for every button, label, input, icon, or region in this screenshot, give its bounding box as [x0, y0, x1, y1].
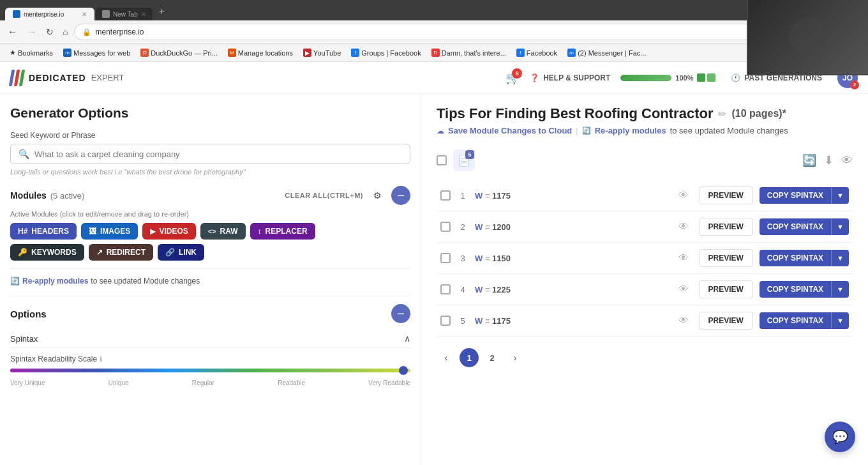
modules-title-group: Modules (5 active) — [10, 190, 84, 201]
search-input[interactable] — [34, 149, 402, 159]
copy-spintax-btn-2[interactable]: COPY SPINTAX — [760, 218, 831, 235]
forward-btn[interactable]: → — [24, 25, 40, 39]
preview-btn-1[interactable]: PREVIEW — [699, 187, 753, 204]
row-checkbox-5[interactable] — [440, 316, 451, 326]
address-bar[interactable]: 🔒 menterprise.io ☆ — [74, 24, 797, 40]
bookmarks-item-manage[interactable]: M Manage locations — [223, 47, 297, 58]
bookmarks-item-youtube[interactable]: ▶ YouTube — [299, 47, 345, 58]
help-support-btn[interactable]: ❓ HELP & SUPPORT — [530, 73, 610, 82]
chat-bubble[interactable]: 💬 — [825, 422, 855, 452]
preview-btn-3[interactable]: PREVIEW — [699, 249, 753, 267]
row-num-3: 3 — [457, 254, 468, 263]
row-eye-icon-5[interactable]: 👁 — [678, 315, 689, 326]
bookmarks-item-messages[interactable]: m Messages for web — [59, 47, 135, 58]
preview-btn-4[interactable]: PREVIEW — [699, 280, 753, 298]
copy-dropdown-btn-3[interactable]: ▼ — [831, 250, 849, 266]
save-module-row: ☁ Save Module Changes to Cloud | 🔄 Re-ap… — [437, 126, 853, 135]
chevron-up-icon[interactable]: ∧ — [404, 333, 410, 344]
download-icon[interactable]: ⬇ — [824, 153, 834, 167]
modules-count: (5 active) — [50, 191, 84, 201]
keywords-icon: 🔑 — [18, 248, 27, 257]
copy-btn-group-4: COPY SPINTAX ▼ — [760, 281, 849, 298]
table-row: 4 W = 1225 👁 PREVIEW COPY SPINTAX ▼ — [437, 274, 853, 305]
reapply-right-link[interactable]: Re-apply modules — [595, 126, 666, 135]
module-headers-btn[interactable]: H# HEADERS — [10, 223, 77, 240]
slider-thumb[interactable] — [399, 366, 408, 375]
row-eye-icon-1[interactable]: 👁 — [678, 190, 689, 201]
slider-track[interactable] — [10, 369, 410, 372]
preview-btn-2[interactable]: PREVIEW — [699, 218, 753, 236]
copy-spintax-btn-1[interactable]: COPY SPINTAX — [760, 187, 831, 204]
row-eye-icon-2[interactable]: 👁 — [678, 221, 689, 232]
module-raw-btn[interactable]: <> RAW — [200, 223, 246, 240]
back-btn[interactable]: ← — [5, 25, 20, 39]
copy-spintax-btn-5[interactable]: COPY SPINTAX — [760, 312, 831, 329]
row-eye-icon-3[interactable]: 👁 — [678, 252, 689, 264]
module-replacer-btn[interactable]: ↕ REPLACER — [250, 223, 315, 240]
results-toolbar: 📄 5 🔄 ⬇ 👁 — [437, 147, 853, 174]
page-1-btn[interactable]: 1 — [460, 348, 479, 367]
new-tab-btn[interactable]: + — [154, 6, 170, 17]
eye-icon[interactable]: 👁 — [841, 154, 853, 167]
browser-tab-active[interactable]: menterprise.io ✕ — [5, 8, 94, 20]
progress-wrapper: 100% — [620, 73, 715, 82]
module-keywords-btn[interactable]: 🔑 KEYWORDS — [10, 244, 84, 261]
copy-dropdown-btn-5[interactable]: ▼ — [831, 312, 849, 329]
modules-title: Modules — [10, 190, 47, 201]
copy-dropdown-btn-2[interactable]: ▼ — [831, 218, 849, 235]
brand-logo: DEDICATED EXPERT — [10, 70, 124, 86]
bookmarks-item-groups[interactable]: f Groups | Facebook — [347, 47, 425, 58]
preview-btn-5[interactable]: PREVIEW — [699, 312, 753, 330]
module-images-btn[interactable]: 🖼 IMAGES — [81, 223, 138, 240]
page-2-btn[interactable]: 2 — [483, 348, 502, 367]
slider-label-1: Unique — [108, 379, 129, 386]
refresh-results-icon[interactable]: 🔄 — [802, 153, 816, 167]
copy-spintax-btn-4[interactable]: COPY SPINTAX — [760, 281, 831, 298]
module-redirect-btn[interactable]: ↗ REDIRECT — [89, 244, 153, 261]
clear-all-btn[interactable]: CLEAR ALL(CTRL+M) — [285, 192, 363, 199]
save-cloud-link[interactable]: Save Module Changes to Cloud — [448, 126, 572, 135]
next-page-btn[interactable]: › — [505, 348, 525, 367]
row-checkbox-1[interactable] — [440, 190, 451, 201]
collapse-btn[interactable]: − — [391, 186, 410, 205]
options-collapse-btn[interactable]: − — [391, 304, 410, 323]
home-btn[interactable]: ⌂ — [60, 26, 70, 38]
module-link-btn[interactable]: 🔗 LINK — [158, 244, 204, 261]
left-panel: Generator Options Seed Keyword or Phrase… — [0, 94, 421, 465]
info-icon[interactable]: ℹ — [100, 355, 102, 363]
notification-wrapper[interactable]: 🛒 8 — [505, 71, 520, 85]
select-all-checkbox[interactable] — [437, 155, 447, 165]
pipe-separator: | — [576, 126, 578, 135]
bookmarks-item-0[interactable]: ★Bookmarks — [5, 47, 57, 58]
reapply-modules-link[interactable]: Re-apply modules — [22, 277, 88, 286]
article-header: Tips For Finding Best Roofing Contractor… — [437, 105, 853, 122]
browser-tab[interactable]: New Tab ✕ — [96, 8, 153, 20]
bookmarks-item-duckduckgo[interactable]: D DuckDuckGo — Pri... — [136, 47, 222, 58]
module-buttons-row1: H# HEADERS 🖼 IMAGES ▶ VIDEOS <> RAW ↕ — [10, 223, 410, 240]
brand-name: DEDICATED — [29, 73, 86, 83]
row-checkbox-2[interactable] — [440, 222, 451, 232]
copy-dropdown-btn-4[interactable]: ▼ — [831, 281, 849, 298]
row-checkbox-3[interactable] — [440, 253, 451, 263]
modules-header: Modules (5 active) CLEAR ALL(CTRL+M) ⚙ − — [10, 186, 410, 205]
module-videos-btn[interactable]: ▶ VIDEOS — [142, 223, 195, 240]
row-eye-icon-4[interactable]: 👁 — [678, 284, 689, 295]
row-num-5: 5 — [457, 316, 468, 326]
page-icon-box[interactable]: 📄 5 — [453, 149, 475, 171]
table-row: 1 W = 1175 👁 PREVIEW COPY SPINTAX ▼ — [437, 180, 853, 211]
copy-spintax-btn-3[interactable]: COPY SPINTAX — [760, 250, 831, 266]
refresh-btn[interactable]: ↻ — [43, 26, 56, 38]
logo-stripes — [10, 70, 24, 86]
prev-page-btn[interactable]: ‹ — [437, 348, 456, 367]
gear-icon[interactable]: ⚙ — [368, 187, 386, 204]
bookmarks-item-facebook[interactable]: f Facebook — [512, 47, 562, 58]
bookmarks-item-messenger[interactable]: m (2) Messenger | Fac... — [563, 47, 650, 58]
edit-pencil-icon[interactable]: ✏ — [718, 108, 726, 120]
replacer-icon: ↕ — [258, 227, 262, 236]
row-checkbox-4[interactable] — [440, 284, 451, 294]
link-icon: 🔗 — [165, 248, 175, 257]
search-icon: 🔍 — [19, 149, 29, 159]
copy-dropdown-btn-1[interactable]: ▼ — [831, 187, 849, 204]
bookmarks-item-damn[interactable]: D Damn, that's intere... — [427, 47, 511, 58]
row-num-1: 1 — [457, 191, 468, 201]
